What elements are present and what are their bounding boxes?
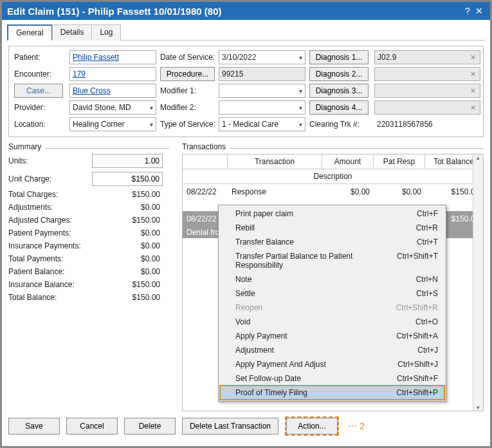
diag1-field[interactable]: J02.9✕: [374, 50, 480, 64]
location-field[interactable]: Healing Corner: [69, 117, 156, 131]
patpay-value: $0.00: [92, 229, 163, 238]
mod1-label: Modifier 1:: [160, 86, 215, 95]
dos-label: Date of Service:: [160, 53, 215, 62]
menu-item-void[interactable]: VoidCtrl+O: [220, 315, 444, 329]
totcharges-label: Total Charges:: [8, 190, 92, 199]
diag2-button[interactable]: Diagnosis 2...: [309, 67, 369, 81]
menu-item-apply-payment-and-adjust[interactable]: Apply Payment And AdjustCtrl+Shift+J: [220, 357, 444, 371]
col-amount: Amount: [322, 154, 374, 169]
encounter-label: Encounter:: [14, 70, 66, 79]
transactions-section: Transactions Transaction Amount Pat Resp…: [182, 142, 484, 411]
col-transaction: Transaction: [228, 154, 322, 169]
save-button[interactable]: Save: [8, 418, 60, 434]
mod2-label: Modifier 2:: [160, 103, 215, 112]
dos-field[interactable]: 3/10/2022: [219, 50, 305, 64]
diag4-clear-icon[interactable]: ✕: [468, 104, 478, 112]
callout-number: ⋯ 2: [348, 421, 365, 431]
diag4-field[interactable]: ✕: [374, 100, 480, 115]
units-label: Units:: [8, 156, 92, 165]
patpay-label: Patient Payments:: [8, 229, 92, 238]
diag1-button[interactable]: Diagnosis 1...: [309, 50, 369, 64]
col-date: [183, 154, 228, 169]
adjustments-label: Adjustments:: [8, 203, 92, 212]
patbal-label: Patient Balance:: [8, 267, 92, 276]
close-icon[interactable]: ✕: [473, 6, 485, 16]
menu-item-proof-of-timely-filing[interactable]: Proof of Timely FilingCtrl+Shift+P: [220, 386, 444, 400]
transactions-panel: Transaction Amount Pat Resp Tot Balance …: [182, 154, 484, 411]
tos-field[interactable]: 1 - Medical Care: [219, 117, 305, 131]
tos-label: Type of Service:: [160, 120, 215, 129]
insbal-label: Insurance Balance:: [8, 280, 92, 289]
menu-item-transfer-partial-balance-to-patient-responsibility[interactable]: Transfer Partial Balance to Patient Resp…: [220, 249, 444, 272]
adjcharges-label: Adjusted Charges:: [8, 216, 92, 225]
menu-item-adjustment[interactable]: AdjustmentCtrl+J: [220, 343, 444, 357]
diag1-clear-icon[interactable]: ✕: [468, 53, 478, 62]
tab-details[interactable]: Details: [52, 24, 93, 41]
procedure-button[interactable]: Procedure...: [160, 67, 215, 81]
diag2-clear-icon[interactable]: ✕: [468, 70, 478, 79]
patient-label: Patient:: [14, 53, 66, 62]
scroll-down-icon[interactable]: ▾: [473, 404, 483, 411]
tracking-label: Clearing Trk #:: [309, 120, 370, 129]
tab-log[interactable]: Log: [91, 24, 121, 41]
encounter-field[interactable]: 179: [69, 67, 156, 81]
units-input[interactable]: [92, 154, 163, 168]
unitcharge-label: Unit Charge:: [8, 174, 92, 183]
menu-item-print-paper-claim[interactable]: Print paper claimCtrl+F: [220, 207, 444, 221]
case-field[interactable]: Blue Cross: [69, 84, 156, 98]
mod2-field[interactable]: [219, 100, 305, 115]
tracking-value: 2203118567856: [374, 120, 480, 129]
transactions-scrollbar[interactable]: ▴ ▾: [473, 154, 483, 411]
patient-field[interactable]: Philip Fassett: [69, 50, 156, 64]
menu-item-note[interactable]: NoteCtrl+N: [220, 272, 444, 286]
mod1-field[interactable]: [219, 84, 305, 98]
inspay-label: Insurance Payments:: [8, 241, 92, 250]
case-link[interactable]: Blue Cross: [73, 86, 111, 95]
transactions-title: Transactions: [182, 142, 226, 151]
totcharges-value: $150.00: [92, 190, 163, 199]
unitcharge-input[interactable]: [92, 172, 163, 186]
totpay-value: $0.00: [92, 254, 163, 263]
edit-claim-window: Edit Claim (151) - Philip Fassett 10/01/…: [0, 0, 492, 448]
adjustments-value: $0.00: [92, 203, 163, 212]
help-icon[interactable]: ?: [462, 6, 473, 16]
bottom-toolbar: Save Cancel Delete Delete Last Transacti…: [8, 416, 484, 436]
patbal-value: $0.00: [92, 267, 163, 276]
patient-link[interactable]: Philip Fassett: [73, 53, 119, 62]
menu-item-reopen: ReopenCtrl+Shift+R: [220, 301, 444, 315]
delete-button[interactable]: Delete: [124, 418, 176, 434]
case-button[interactable]: Case...: [14, 84, 63, 98]
transaction-row[interactable]: 08/22/22Response$0.00$0.00$150.00: [183, 184, 483, 200]
transactions-subheader: Description: [183, 169, 483, 184]
adjcharges-value: $150.00: [92, 216, 163, 225]
menu-item-rebill[interactable]: RebillCtrl+R: [220, 221, 444, 235]
menu-item-settle[interactable]: SettleCtrl+S: [220, 286, 444, 301]
action-context-menu: Print paper claimCtrl+FRebillCtrl+RTrans…: [218, 205, 446, 402]
titlebar: Edit Claim (151) - Philip Fassett 10/01/…: [2, 2, 490, 20]
totbal-label: Total Balance:: [8, 293, 92, 302]
summary-title: Summary: [8, 142, 41, 151]
location-label: Location:: [14, 120, 66, 129]
diag3-clear-icon[interactable]: ✕: [468, 87, 478, 95]
summary-section: Summary Units: Unit Charge: Total Charge…: [8, 142, 169, 411]
inspay-value: $0.00: [92, 241, 163, 250]
tab-strip: General Details Log: [7, 24, 485, 41]
diag2-field[interactable]: ✕: [374, 67, 480, 81]
menu-item-transfer-balance[interactable]: Transfer BalanceCtrl+T: [220, 235, 444, 249]
diag3-field[interactable]: ✕: [374, 84, 480, 98]
menu-item-set-follow-up-date[interactable]: Set Follow-up DateCtrl+Shift+F: [220, 371, 444, 386]
encounter-link[interactable]: 179: [73, 70, 86, 79]
delete-last-transaction-button[interactable]: Delete Last Transaction: [182, 418, 278, 434]
tab-general[interactable]: General: [7, 24, 53, 41]
col-patresp: Pat Resp: [374, 154, 425, 169]
window-title: Edit Claim (151) - Philip Fassett 10/01/…: [7, 6, 221, 17]
procedure-field[interactable]: 99215: [219, 67, 305, 81]
provider-field[interactable]: David Stone, MD: [69, 100, 156, 115]
cancel-button[interactable]: Cancel: [66, 418, 118, 434]
scroll-up-icon[interactable]: ▴: [473, 154, 483, 161]
totpay-label: Total Payments:: [8, 254, 92, 263]
action-button[interactable]: Action...: [286, 418, 338, 434]
diag4-button[interactable]: Diagnosis 4...: [309, 100, 369, 115]
diag3-button[interactable]: Diagnosis 3...: [309, 84, 369, 98]
menu-item-apply-payment[interactable]: Apply PaymentCtrl+Shift+A: [220, 329, 444, 343]
